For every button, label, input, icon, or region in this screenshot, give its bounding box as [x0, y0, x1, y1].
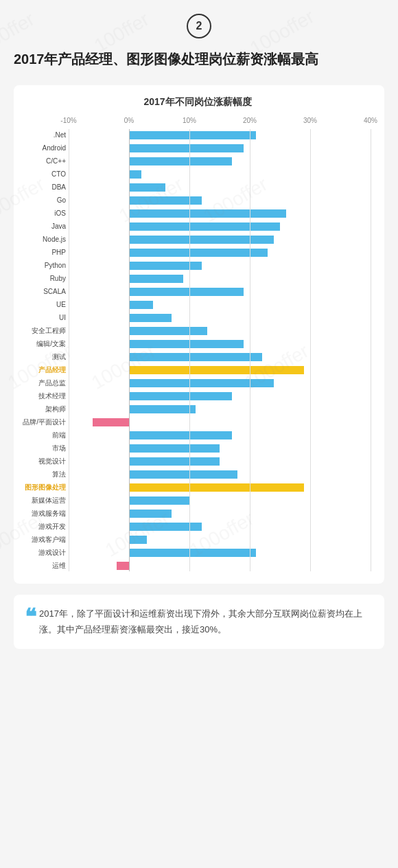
- bar-label: 运维: [18, 561, 66, 571]
- chart-title: 2017年不同岗位涨薪幅度: [19, 96, 376, 108]
- bar-fill: [129, 327, 207, 335]
- bar-label: 游戏开发: [18, 522, 66, 532]
- bar-fill: [93, 418, 129, 426]
- bar-fill: [129, 183, 165, 192]
- bar-row: 新媒体运营: [69, 494, 371, 506]
- bar-fill: [129, 301, 153, 309]
- bar-label: SCALA: [18, 288, 66, 295]
- x-label-30: 30%: [303, 117, 317, 124]
- bar-fill: [129, 131, 256, 139]
- bar-row: CTO: [69, 168, 371, 180]
- bar-row: Python: [69, 260, 371, 271]
- bar-label: 前端: [18, 431, 66, 440]
- bar-label: 技术经理: [18, 391, 66, 401]
- x-label-neg10: -10%: [60, 117, 76, 124]
- bar-label: 视觉设计: [18, 457, 66, 466]
- bar-label: 编辑/文案: [18, 339, 66, 349]
- bar-row: 算法: [69, 468, 371, 480]
- bar-row: Java: [69, 220, 371, 232]
- bar-label: 测试: [18, 352, 66, 362]
- bar-label: C/C++: [18, 157, 66, 165]
- bar-fill: [129, 379, 274, 387]
- bar-row: Go: [69, 194, 371, 206]
- bar-row: 游戏服务端: [69, 507, 371, 519]
- bottom-quote-text: 2017年，除了平面设计和运维薪资出现下滑外，其余大部分互联网岗位薪资均在上涨。…: [39, 608, 362, 635]
- bar-row: 运维: [69, 560, 371, 571]
- bottom-section: ❝ 2017年，除了平面设计和运维薪资出现下滑外，其余大部分互联网岗位薪资均在上…: [14, 595, 384, 649]
- bar-fill: [129, 366, 304, 374]
- bar-label: Go: [18, 196, 66, 204]
- bar-fill: [129, 510, 172, 518]
- bar-fill: [129, 288, 244, 296]
- bar-row: DBA: [69, 181, 371, 193]
- bar-fill: [129, 144, 244, 152]
- x-label-40: 40%: [364, 117, 377, 124]
- circle-number: 2: [187, 14, 211, 38]
- bar-label: 市场: [18, 444, 66, 453]
- bar-fill: [129, 353, 262, 361]
- bar-row: 视觉设计: [69, 455, 371, 467]
- bar-label: UE: [18, 301, 66, 308]
- bar-row: UI: [69, 312, 371, 323]
- bar-label: Android: [18, 144, 66, 152]
- bar-row: iOS: [69, 207, 371, 219]
- bar-label: 游戏服务端: [18, 509, 66, 518]
- bar-label: Ruby: [18, 275, 66, 282]
- page-title: 2017年产品经理、图形图像处理岗位薪资涨幅最高: [14, 49, 384, 69]
- bar-row: PHP: [69, 247, 371, 258]
- bar-row: 图形图像处理: [69, 481, 371, 493]
- bar-fill: [129, 483, 304, 492]
- bar-fill: [129, 457, 220, 466]
- bar-label: iOS: [18, 209, 66, 217]
- x-label-0: 0%: [124, 117, 134, 124]
- bar-row: 游戏开发: [69, 521, 371, 532]
- bar-label: Node.js: [18, 236, 66, 243]
- bar-label: 游戏设计: [18, 548, 66, 558]
- bar-fill: [129, 549, 256, 557]
- bar-row: UE: [69, 299, 371, 310]
- bar-fill: [129, 392, 232, 400]
- bar-label: 品牌/平面设计: [18, 418, 66, 427]
- bar-row: Node.js: [69, 233, 371, 245]
- bar-row: 安全工程师: [69, 325, 371, 336]
- bar-row: Android: [69, 142, 371, 154]
- bar-row: 游戏客户端: [69, 534, 371, 545]
- bar-row: 架构师: [69, 403, 371, 415]
- quote-icon: ❝: [25, 606, 36, 628]
- bar-fill: [129, 470, 237, 479]
- bar-fill: [129, 249, 268, 257]
- bar-fill: [129, 314, 172, 322]
- bars-container: .NetAndroidC/C++CTODBAGoiOSJavaNode.jsPH…: [69, 129, 371, 571]
- bar-fill: [129, 444, 220, 453]
- bar-label: PHP: [18, 249, 66, 256]
- bar-row: 前端: [69, 429, 371, 441]
- bar-label: 游戏客户端: [18, 535, 66, 545]
- bar-fill: [129, 275, 183, 283]
- bar-fill: [129, 496, 189, 505]
- bar-row: 产品经理: [69, 364, 371, 376]
- bar-label: UI: [18, 314, 66, 321]
- bar-fill: [129, 157, 232, 165]
- bar-row: 产品总监: [69, 377, 371, 389]
- bar-label: DBA: [18, 183, 66, 191]
- bar-fill: [129, 236, 274, 244]
- bar-fill: [129, 340, 244, 348]
- bar-label: 产品经理: [18, 365, 66, 375]
- bar-fill: [129, 536, 147, 544]
- bar-label: 图形图像处理: [18, 483, 66, 492]
- bar-row: 技术经理: [69, 390, 371, 402]
- bar-row: 游戏设计: [69, 547, 371, 558]
- bar-row: 测试: [69, 351, 371, 363]
- bar-row: Ruby: [69, 273, 371, 284]
- bar-fill: [129, 196, 202, 205]
- bar-row: 编辑/文案: [69, 338, 371, 350]
- bar-row: SCALA: [69, 286, 371, 297]
- bar-row: .Net: [69, 129, 371, 141]
- x-label-10: 10%: [183, 117, 196, 124]
- chart-section: 2017年不同岗位涨薪幅度 -10% 0% 10% 20% 30% 40%: [14, 85, 384, 584]
- bar-label: CTO: [18, 170, 66, 178]
- bar-chart: -10% 0% 10% 20% 30% 40% .NetAndroidC/C++…: [19, 117, 376, 571]
- x-label-20: 20%: [243, 117, 257, 124]
- bar-label: .Net: [18, 131, 66, 139]
- bar-label: 产品总监: [18, 378, 66, 388]
